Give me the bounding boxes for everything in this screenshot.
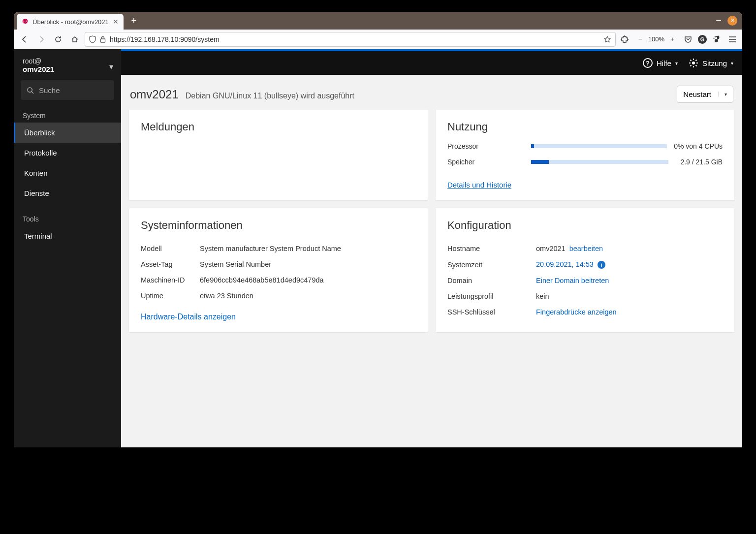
cpu-bar bbox=[531, 144, 667, 148]
sysinfo-card: Systeminformationen ModellSystem manufac… bbox=[129, 208, 428, 332]
chevron-down-icon: ▾ bbox=[675, 61, 678, 66]
svg-point-6 bbox=[692, 62, 695, 64]
sidebar-item-services[interactable]: Dienste bbox=[14, 183, 121, 203]
chevron-down-icon: ▾ bbox=[731, 61, 733, 66]
host-switcher[interactable]: root@ omv2021 ▾ bbox=[14, 49, 121, 78]
config-card: Konfiguration Hostname omv2021bearbeiten… bbox=[436, 208, 734, 332]
mem-bar bbox=[531, 160, 668, 164]
usage-mem-row: Speicher 2.9 / 21.5 GiB bbox=[447, 158, 723, 166]
pocket-icon[interactable] bbox=[682, 33, 694, 45]
extensions-icon[interactable] bbox=[619, 33, 630, 45]
sidebar: root@ omv2021 ▾ Suche System Überblick P… bbox=[14, 49, 121, 447]
svg-point-4 bbox=[716, 36, 717, 37]
top-bar: ? Hilfe ▾ Sitzung ▾ bbox=[121, 51, 742, 75]
host-name: omv2021 bbox=[23, 65, 112, 73]
host-user: root@ bbox=[23, 57, 112, 65]
help-icon: ? bbox=[643, 58, 653, 68]
home-button[interactable] bbox=[68, 32, 82, 46]
debian-swirl-icon bbox=[22, 18, 29, 25]
svg-rect-0 bbox=[101, 39, 105, 42]
messages-card: Meldungen bbox=[129, 110, 428, 200]
help-menu[interactable]: ? Hilfe ▾ bbox=[643, 58, 678, 68]
cockpit-app: root@ omv2021 ▾ Suche System Überblick P… bbox=[14, 49, 742, 447]
hostname-edit-link[interactable]: bearbeiten bbox=[569, 245, 603, 252]
toolbar: https://192.168.178.10:9090/system − 100… bbox=[14, 30, 742, 49]
search-input[interactable]: Suche bbox=[21, 80, 114, 100]
chevron-down-icon: ▾ bbox=[109, 62, 113, 71]
restart-button[interactable]: Neustart ▾ bbox=[677, 86, 733, 103]
table-row: Maschinen-ID6fe906ccb94e468ab5e81d4ed9c4… bbox=[141, 272, 416, 288]
lock-icon bbox=[100, 36, 106, 43]
browser-tab[interactable]: Überblick - root@omv2021 ✕ bbox=[17, 14, 124, 30]
table-row: ModellSystem manufacturer System Product… bbox=[141, 241, 416, 256]
close-tab-icon[interactable]: ✕ bbox=[113, 18, 119, 26]
main-area: ? Hilfe ▾ Sitzung ▾ omv2021 Debian GNU/L… bbox=[121, 49, 742, 447]
search-icon bbox=[27, 87, 34, 94]
window-close-icon[interactable]: ✕ bbox=[727, 16, 737, 26]
bookmark-star-icon[interactable] bbox=[603, 35, 611, 43]
help-label: Hilfe bbox=[657, 59, 671, 67]
config-title: Konfiguration bbox=[447, 219, 723, 232]
svg-point-2 bbox=[715, 36, 716, 37]
sysinfo-title: Systeminformationen bbox=[141, 219, 416, 232]
session-menu[interactable]: Sitzung ▾ bbox=[689, 58, 733, 68]
hamburger-menu-icon[interactable] bbox=[726, 33, 738, 45]
account-badge-icon[interactable]: G bbox=[698, 35, 707, 44]
sidebar-item-overview[interactable]: Überblick bbox=[14, 123, 121, 143]
table-row: Leistungsprofil kein bbox=[447, 288, 723, 304]
shield-icon bbox=[89, 35, 96, 43]
gear-icon bbox=[689, 58, 698, 68]
sidebar-item-logs[interactable]: Protokolle bbox=[14, 143, 121, 163]
page-subtitle: Debian GNU/Linux 11 (bullseye) wird ausg… bbox=[186, 92, 354, 100]
session-label: Sitzung bbox=[702, 59, 727, 67]
page-title: omv2021 bbox=[130, 88, 179, 101]
search-placeholder: Suche bbox=[39, 86, 60, 94]
sidebar-item-accounts[interactable]: Konten bbox=[14, 163, 121, 183]
domain-join-link[interactable]: Einer Domain beitreten bbox=[536, 277, 723, 284]
page-header: omv2021 Debian GNU/Linux 11 (bullseye) w… bbox=[121, 75, 742, 110]
chevron-down-icon: ▾ bbox=[718, 92, 727, 97]
usage-cpu-value: 0% von 4 CPUs bbox=[674, 142, 723, 150]
info-icon[interactable]: i bbox=[598, 261, 605, 269]
table-row: Asset-TagSystem Serial Number bbox=[141, 256, 416, 272]
usage-card: Nutzung Prozessor 0% von 4 CPUs Speicher… bbox=[436, 110, 734, 200]
table-row: Domain Einer Domain beitreten bbox=[447, 273, 723, 288]
usage-mem-label: Speicher bbox=[447, 158, 531, 166]
usage-mem-value: 2.9 / 21.5 GiB bbox=[675, 158, 723, 166]
system-time-link[interactable]: 20.09.2021, 14:53 bbox=[536, 260, 594, 268]
restart-label: Neustart bbox=[683, 90, 711, 98]
table-row: Uptimeetwa 23 Stunden bbox=[141, 288, 416, 304]
messages-title: Meldungen bbox=[141, 121, 416, 133]
zoom-out-icon[interactable]: − bbox=[634, 33, 646, 45]
section-tools-label: Tools bbox=[14, 210, 121, 226]
zoom-in-icon[interactable]: + bbox=[666, 33, 678, 45]
hardware-details-link[interactable]: Hardware-Details anzeigen bbox=[141, 313, 236, 321]
usage-cpu-label: Prozessor bbox=[447, 142, 531, 150]
table-row: Hostname omv2021bearbeiten bbox=[447, 241, 723, 256]
gnome-foot-icon[interactable] bbox=[711, 33, 723, 45]
usage-cpu-row: Prozessor 0% von 4 CPUs bbox=[447, 142, 723, 150]
tab-bar: Überblick - root@omv2021 ✕ + − ✕ bbox=[14, 12, 742, 30]
section-system-label: System bbox=[14, 107, 121, 123]
reload-button[interactable] bbox=[51, 32, 65, 46]
usage-details-link[interactable]: Details und Historie bbox=[447, 181, 511, 189]
url-bar[interactable]: https://192.168.178.10:9090/system bbox=[85, 32, 616, 47]
table-row: Systemzeit 20.09.2021, 14:53 i bbox=[447, 256, 723, 273]
table-row: SSH-Schlüssel Fingerabdrücke anzeigen bbox=[447, 304, 723, 320]
browser-window: Überblick - root@omv2021 ✕ + − ✕ bbox=[14, 12, 742, 447]
tab-title: Überblick - root@omv2021 bbox=[32, 18, 109, 26]
sidebar-item-terminal[interactable]: Terminal bbox=[14, 226, 121, 246]
usage-title: Nutzung bbox=[447, 121, 723, 133]
forward-button[interactable] bbox=[34, 32, 48, 46]
zoom-level: 100% bbox=[648, 35, 664, 43]
ssh-fingerprint-link[interactable]: Fingerabdrücke anzeigen bbox=[536, 308, 723, 316]
new-tab-button[interactable]: + bbox=[127, 14, 140, 27]
svg-point-3 bbox=[713, 37, 714, 38]
url-text: https://192.168.178.10:9090/system bbox=[110, 35, 220, 43]
back-button[interactable] bbox=[18, 32, 32, 46]
svg-point-5 bbox=[28, 87, 32, 92]
minimize-icon[interactable]: − bbox=[716, 15, 722, 26]
svg-point-1 bbox=[717, 35, 720, 39]
